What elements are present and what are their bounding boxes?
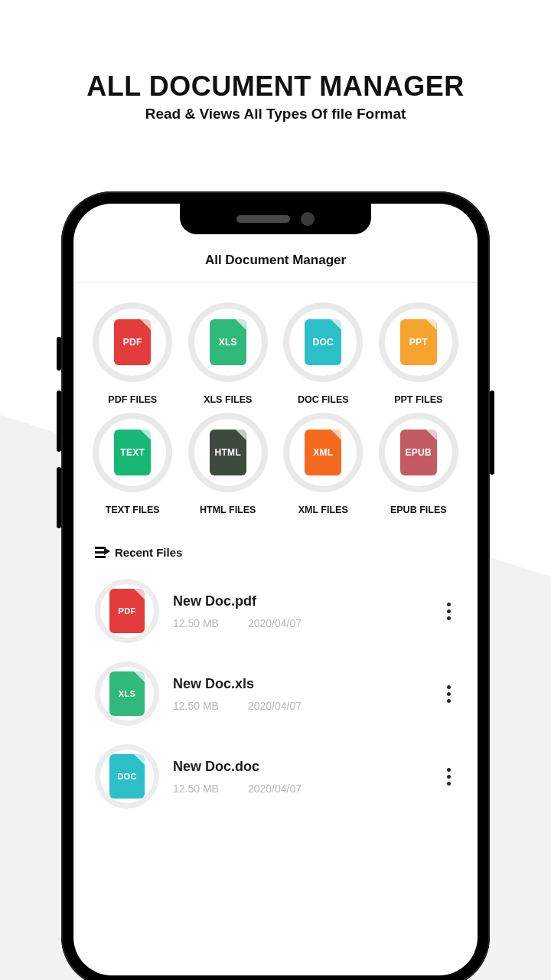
file-name: New Doc.doc — [173, 759, 427, 775]
file-size: 12.50 MB — [173, 617, 219, 629]
file-info: New Doc.xls12.50 MB2020/04/07 — [173, 676, 427, 712]
recent-files-icon — [95, 547, 106, 558]
category-ring: DOC — [283, 302, 363, 382]
app-root: All Document Manager PDFPDF FILESXLSXLS … — [73, 204, 478, 818]
phone-side-button — [57, 337, 61, 371]
category-ring: XML — [283, 413, 363, 492]
xml-file-icon: XML — [305, 430, 341, 475]
epub-file-icon: EPUB — [400, 430, 437, 475]
category-epub[interactable]: EPUBEPUB FILES — [373, 413, 465, 515]
category-label: PDF FILES — [108, 394, 157, 405]
file-row[interactable]: DOCNew Doc.doc12.50 MB2020/04/07 — [73, 735, 478, 818]
file-date: 2020/04/07 — [248, 782, 302, 795]
category-html[interactable]: HTMLHTML FILES — [183, 413, 274, 515]
recent-files-heading: Recent Files — [115, 546, 182, 559]
file-ring: PDF — [95, 579, 159, 643]
phone-side-button — [57, 390, 61, 452]
promo-subtitle: Read & Views All Types Of file Format — [0, 106, 551, 122]
file-meta: 12.50 MB2020/04/07 — [173, 617, 427, 629]
text-file-icon: TEXT — [114, 430, 151, 475]
file-date: 2020/04/07 — [248, 700, 302, 712]
category-ring: HTML — [188, 413, 268, 492]
file-meta: 12.50 MB2020/04/07 — [173, 782, 427, 795]
file-ring: XLS — [95, 662, 159, 726]
recent-files-list: PDFNew Doc.pdf12.50 MB2020/04/07XLSNew D… — [73, 570, 478, 818]
file-info: New Doc.pdf12.50 MB2020/04/07 — [173, 593, 427, 629]
file-ring: DOC — [95, 744, 159, 808]
file-name: New Doc.pdf — [173, 593, 427, 609]
promo-title: ALL DOCUMENT MANAGER — [0, 70, 551, 103]
category-label: DOC FILES — [298, 394, 349, 405]
camera-icon — [301, 212, 315, 226]
app-title: All Document Manager — [73, 247, 478, 282]
category-grid: PDFPDF FILESXLSXLS FILESDOCDOC FILESPPTP… — [73, 283, 478, 523]
file-row[interactable]: XLSNew Doc.xls12.50 MB2020/04/07 — [73, 652, 478, 735]
category-label: XLS FILES — [204, 394, 252, 405]
category-text[interactable]: TEXTTEXT FILES — [87, 413, 178, 515]
xls-file-icon: XLS — [210, 319, 246, 365]
recent-files-header: Recent Files — [73, 523, 478, 570]
file-size: 12.50 MB — [173, 700, 219, 712]
category-ring: EPUB — [379, 413, 458, 492]
category-pdf[interactable]: PDFPDF FILES — [87, 302, 178, 405]
category-ring: XLS — [188, 302, 268, 382]
category-label: PPT FILES — [394, 394, 442, 405]
category-xls[interactable]: XLSXLS FILES — [183, 302, 274, 405]
more-options-icon[interactable] — [441, 768, 456, 786]
category-label: TEXT FILES — [106, 505, 160, 515]
speaker-icon — [236, 215, 290, 223]
html-file-icon: HTML — [210, 430, 246, 475]
ppt-file-icon: PPT — [400, 319, 437, 365]
category-ring: TEXT — [93, 413, 172, 492]
category-ppt[interactable]: PPTPPT FILES — [373, 302, 465, 405]
category-label: XML FILES — [298, 505, 348, 515]
phone-notch — [180, 204, 371, 234]
xls-file-icon: XLS — [109, 671, 145, 716]
category-xml[interactable]: XMLXML FILES — [278, 413, 369, 515]
category-label: HTML FILES — [200, 505, 256, 515]
phone-side-button — [490, 390, 494, 475]
file-date: 2020/04/07 — [248, 617, 302, 629]
phone-side-button — [57, 467, 61, 528]
file-row[interactable]: PDFNew Doc.pdf12.50 MB2020/04/07 — [73, 570, 478, 652]
file-name: New Doc.xls — [173, 676, 427, 692]
category-ring: PPT — [379, 302, 458, 382]
category-doc[interactable]: DOCDOC FILES — [278, 302, 369, 405]
pdf-file-icon: PDF — [114, 319, 151, 365]
more-options-icon[interactable] — [441, 685, 456, 703]
pdf-file-icon: PDF — [109, 589, 145, 633]
file-size: 12.50 MB — [173, 782, 219, 795]
doc-file-icon: DOC — [109, 754, 145, 799]
phone-frame: All Document Manager PDFPDF FILESXLSXLS … — [61, 191, 490, 980]
file-meta: 12.50 MB2020/04/07 — [173, 700, 427, 712]
category-ring: PDF — [93, 302, 172, 382]
category-label: EPUB FILES — [390, 505, 447, 515]
doc-file-icon: DOC — [305, 319, 341, 365]
file-info: New Doc.doc12.50 MB2020/04/07 — [173, 759, 427, 795]
phone-screen: All Document Manager PDFPDF FILESXLSXLS … — [73, 204, 478, 975]
promo-header: ALL DOCUMENT MANAGER Read & Views All Ty… — [0, 0, 551, 122]
more-options-icon[interactable] — [441, 603, 456, 620]
